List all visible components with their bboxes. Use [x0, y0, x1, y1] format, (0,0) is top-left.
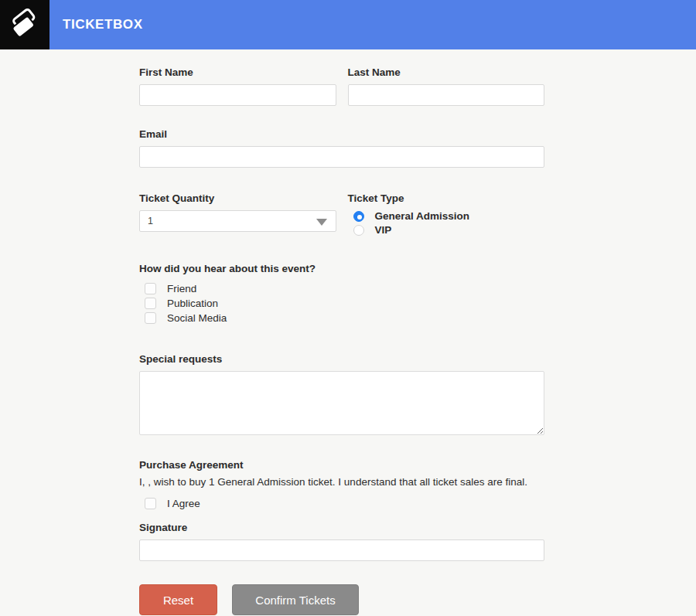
checkbox-publication-label: Publication [167, 298, 218, 309]
quantity-type-row: Ticket Quantity 1 Ticket Type General Ad… [139, 193, 544, 238]
purchase-agreement-label: Purchase Agreement [139, 460, 544, 471]
radio-general-admission-label: General Admission [375, 210, 470, 222]
confirm-tickets-button[interactable]: Confirm Tickets [232, 584, 359, 615]
radio-vip-label: VIP [375, 224, 392, 236]
purchase-agreement-text: I, , wish to buy 1 General Admission tic… [139, 475, 544, 489]
checkbox-social-media[interactable]: Social Media [145, 312, 544, 324]
checkbox-icon[interactable] [145, 312, 156, 324]
first-name-label: First Name [139, 67, 336, 78]
radio-selected-icon[interactable] [353, 211, 364, 222]
ticket-quantity-select[interactable]: 1 [139, 210, 336, 232]
app-header: TICKETBOX [0, 0, 696, 49]
checkbox-icon[interactable] [145, 298, 156, 309]
ticket-quantity-value: 1 [148, 216, 153, 226]
purchase-agreement-group: Purchase Agreement I, , wish to buy 1 Ge… [139, 460, 544, 509]
form-actions: Reset Confirm Tickets [139, 584, 544, 615]
i-agree-label: I Agree [167, 498, 200, 509]
last-name-input[interactable] [348, 84, 545, 106]
first-name-input[interactable] [139, 84, 336, 106]
checkbox-publication[interactable]: Publication [145, 298, 544, 309]
name-row: First Name Last Name [139, 67, 544, 106]
last-name-label: Last Name [348, 67, 545, 78]
checkbox-friend[interactable]: Friend [145, 283, 544, 294]
checkbox-friend-label: Friend [167, 283, 196, 294]
checkbox-icon[interactable] [145, 498, 156, 509]
ticket-icon [9, 9, 41, 41]
email-input[interactable] [139, 146, 544, 168]
signature-group: Signature [139, 522, 544, 561]
email-group: Email [139, 129, 544, 168]
checkbox-icon[interactable] [145, 283, 156, 294]
ticket-type-group: Ticket Type General Admission VIP [348, 193, 545, 238]
ticket-quantity-group: Ticket Quantity 1 [139, 193, 336, 238]
radio-unselected-icon[interactable] [353, 225, 364, 236]
ticket-type-label: Ticket Type [348, 193, 545, 204]
special-requests-textarea[interactable] [139, 371, 544, 435]
hear-about-label: How did you hear about this event? [139, 264, 544, 274]
reset-button[interactable]: Reset [139, 584, 217, 615]
last-name-group: Last Name [348, 67, 545, 106]
email-label: Email [139, 129, 544, 140]
signature-label: Signature [139, 522, 544, 533]
ticket-quantity-label: Ticket Quantity [139, 193, 336, 204]
ticket-form: First Name Last Name Email Ticket Quanti… [139, 49, 544, 615]
radio-general-admission[interactable]: General Admission [353, 210, 545, 222]
signature-input[interactable] [139, 539, 544, 561]
special-requests-group: Special requests [139, 354, 544, 438]
chevron-down-icon [316, 219, 327, 226]
checkbox-i-agree[interactable]: I Agree [145, 498, 544, 509]
special-requests-label: Special requests [139, 354, 544, 365]
hear-about-group: How did you hear about this event? Frien… [139, 264, 544, 324]
app-title: TICKETBOX [49, 17, 143, 32]
radio-vip[interactable]: VIP [353, 224, 545, 236]
checkbox-social-media-label: Social Media [167, 312, 227, 324]
app-logo [0, 0, 49, 49]
first-name-group: First Name [139, 67, 336, 106]
